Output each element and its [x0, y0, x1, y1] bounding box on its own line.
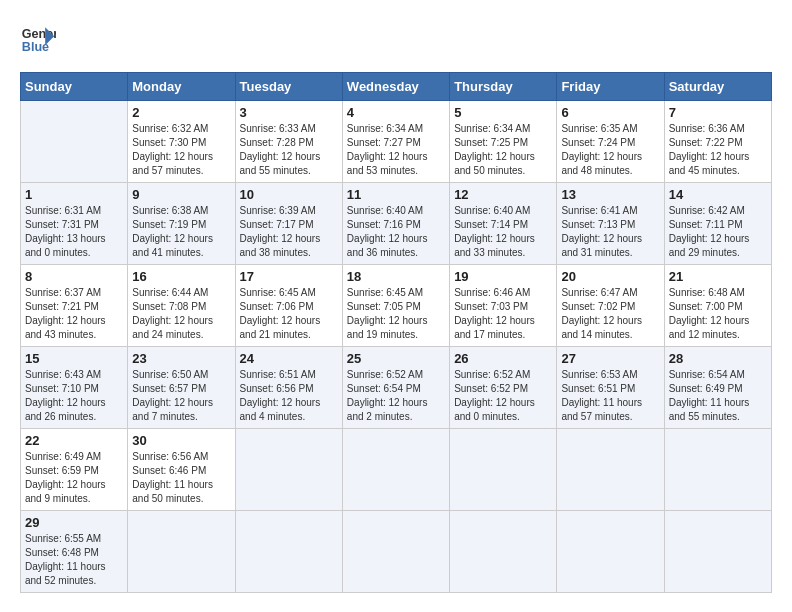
day-number: 23	[132, 351, 230, 366]
logo-icon: General Blue	[20, 20, 56, 56]
calendar-cell: 13Sunrise: 6:41 AM Sunset: 7:13 PM Dayli…	[557, 183, 664, 265]
calendar-cell: 17Sunrise: 6:45 AM Sunset: 7:06 PM Dayli…	[235, 265, 342, 347]
day-number: 4	[347, 105, 445, 120]
week-row-3: 8Sunrise: 6:37 AM Sunset: 7:21 PM Daylig…	[21, 265, 772, 347]
day-info: Sunrise: 6:50 AM Sunset: 6:57 PM Dayligh…	[132, 368, 230, 424]
day-info: Sunrise: 6:51 AM Sunset: 6:56 PM Dayligh…	[240, 368, 338, 424]
calendar-cell: 2Sunrise: 6:32 AM Sunset: 7:30 PM Daylig…	[128, 101, 235, 183]
calendar-cell: 28Sunrise: 6:54 AM Sunset: 6:49 PM Dayli…	[664, 347, 771, 429]
day-number: 26	[454, 351, 552, 366]
day-info: Sunrise: 6:41 AM Sunset: 7:13 PM Dayligh…	[561, 204, 659, 260]
calendar-cell: 24Sunrise: 6:51 AM Sunset: 6:56 PM Dayli…	[235, 347, 342, 429]
logo: General Blue	[20, 20, 56, 56]
header-day-thursday: Thursday	[450, 73, 557, 101]
calendar-cell: 25Sunrise: 6:52 AM Sunset: 6:54 PM Dayli…	[342, 347, 449, 429]
day-info: Sunrise: 6:32 AM Sunset: 7:30 PM Dayligh…	[132, 122, 230, 178]
day-number: 9	[132, 187, 230, 202]
calendar-cell	[450, 511, 557, 593]
calendar-cell: 15Sunrise: 6:43 AM Sunset: 7:10 PM Dayli…	[21, 347, 128, 429]
calendar-cell: 10Sunrise: 6:39 AM Sunset: 7:17 PM Dayli…	[235, 183, 342, 265]
calendar-cell: 3Sunrise: 6:33 AM Sunset: 7:28 PM Daylig…	[235, 101, 342, 183]
day-info: Sunrise: 6:36 AM Sunset: 7:22 PM Dayligh…	[669, 122, 767, 178]
day-info: Sunrise: 6:48 AM Sunset: 7:00 PM Dayligh…	[669, 286, 767, 342]
day-info: Sunrise: 6:40 AM Sunset: 7:14 PM Dayligh…	[454, 204, 552, 260]
calendar-cell: 4Sunrise: 6:34 AM Sunset: 7:27 PM Daylig…	[342, 101, 449, 183]
day-info: Sunrise: 6:43 AM Sunset: 7:10 PM Dayligh…	[25, 368, 123, 424]
day-info: Sunrise: 6:53 AM Sunset: 6:51 PM Dayligh…	[561, 368, 659, 424]
day-number: 18	[347, 269, 445, 284]
calendar-cell: 19Sunrise: 6:46 AM Sunset: 7:03 PM Dayli…	[450, 265, 557, 347]
calendar-cell: 14Sunrise: 6:42 AM Sunset: 7:11 PM Dayli…	[664, 183, 771, 265]
day-number: 5	[454, 105, 552, 120]
day-info: Sunrise: 6:31 AM Sunset: 7:31 PM Dayligh…	[25, 204, 123, 260]
calendar-cell	[664, 429, 771, 511]
day-number: 29	[25, 515, 123, 530]
calendar-table: SundayMondayTuesdayWednesdayThursdayFrid…	[20, 72, 772, 593]
day-info: Sunrise: 6:44 AM Sunset: 7:08 PM Dayligh…	[132, 286, 230, 342]
week-row-1: 2Sunrise: 6:32 AM Sunset: 7:30 PM Daylig…	[21, 101, 772, 183]
day-number: 7	[669, 105, 767, 120]
day-info: Sunrise: 6:42 AM Sunset: 7:11 PM Dayligh…	[669, 204, 767, 260]
day-info: Sunrise: 6:49 AM Sunset: 6:59 PM Dayligh…	[25, 450, 123, 506]
day-number: 25	[347, 351, 445, 366]
week-row-4: 15Sunrise: 6:43 AM Sunset: 7:10 PM Dayli…	[21, 347, 772, 429]
day-number: 21	[669, 269, 767, 284]
calendar-cell: 18Sunrise: 6:45 AM Sunset: 7:05 PM Dayli…	[342, 265, 449, 347]
day-number: 6	[561, 105, 659, 120]
day-number: 13	[561, 187, 659, 202]
calendar-cell: 21Sunrise: 6:48 AM Sunset: 7:00 PM Dayli…	[664, 265, 771, 347]
day-number: 27	[561, 351, 659, 366]
calendar-cell: 23Sunrise: 6:50 AM Sunset: 6:57 PM Dayli…	[128, 347, 235, 429]
calendar-cell	[557, 511, 664, 593]
calendar-cell	[342, 511, 449, 593]
calendar-cell: 12Sunrise: 6:40 AM Sunset: 7:14 PM Dayli…	[450, 183, 557, 265]
day-number: 12	[454, 187, 552, 202]
calendar-cell: 26Sunrise: 6:52 AM Sunset: 6:52 PM Dayli…	[450, 347, 557, 429]
calendar-cell: 22Sunrise: 6:49 AM Sunset: 6:59 PM Dayli…	[21, 429, 128, 511]
day-number: 20	[561, 269, 659, 284]
day-number: 22	[25, 433, 123, 448]
day-info: Sunrise: 6:37 AM Sunset: 7:21 PM Dayligh…	[25, 286, 123, 342]
day-number: 2	[132, 105, 230, 120]
day-number: 30	[132, 433, 230, 448]
calendar-cell: 7Sunrise: 6:36 AM Sunset: 7:22 PM Daylig…	[664, 101, 771, 183]
calendar-cell	[664, 511, 771, 593]
day-number: 3	[240, 105, 338, 120]
calendar-cell	[21, 101, 128, 183]
calendar-cell: 5Sunrise: 6:34 AM Sunset: 7:25 PM Daylig…	[450, 101, 557, 183]
day-info: Sunrise: 6:38 AM Sunset: 7:19 PM Dayligh…	[132, 204, 230, 260]
calendar-cell: 20Sunrise: 6:47 AM Sunset: 7:02 PM Dayli…	[557, 265, 664, 347]
header-row: SundayMondayTuesdayWednesdayThursdayFrid…	[21, 73, 772, 101]
calendar-cell: 9Sunrise: 6:38 AM Sunset: 7:19 PM Daylig…	[128, 183, 235, 265]
calendar-cell: 16Sunrise: 6:44 AM Sunset: 7:08 PM Dayli…	[128, 265, 235, 347]
day-number: 11	[347, 187, 445, 202]
week-row-2: 1Sunrise: 6:31 AM Sunset: 7:31 PM Daylig…	[21, 183, 772, 265]
day-info: Sunrise: 6:45 AM Sunset: 7:06 PM Dayligh…	[240, 286, 338, 342]
day-number: 17	[240, 269, 338, 284]
day-info: Sunrise: 6:54 AM Sunset: 6:49 PM Dayligh…	[669, 368, 767, 424]
day-number: 14	[669, 187, 767, 202]
calendar-cell	[450, 429, 557, 511]
svg-text:Blue: Blue	[22, 40, 49, 54]
day-info: Sunrise: 6:56 AM Sunset: 6:46 PM Dayligh…	[132, 450, 230, 506]
day-info: Sunrise: 6:39 AM Sunset: 7:17 PM Dayligh…	[240, 204, 338, 260]
day-number: 24	[240, 351, 338, 366]
page-header: General Blue	[20, 20, 772, 56]
calendar-cell	[557, 429, 664, 511]
day-number: 16	[132, 269, 230, 284]
day-info: Sunrise: 6:34 AM Sunset: 7:25 PM Dayligh…	[454, 122, 552, 178]
calendar-cell	[342, 429, 449, 511]
calendar-cell: 11Sunrise: 6:40 AM Sunset: 7:16 PM Dayli…	[342, 183, 449, 265]
day-info: Sunrise: 6:46 AM Sunset: 7:03 PM Dayligh…	[454, 286, 552, 342]
calendar-cell: 29Sunrise: 6:55 AM Sunset: 6:48 PM Dayli…	[21, 511, 128, 593]
day-number: 10	[240, 187, 338, 202]
week-row-6: 29Sunrise: 6:55 AM Sunset: 6:48 PM Dayli…	[21, 511, 772, 593]
day-number: 8	[25, 269, 123, 284]
calendar-cell	[128, 511, 235, 593]
day-number: 15	[25, 351, 123, 366]
day-number: 28	[669, 351, 767, 366]
calendar-cell: 30Sunrise: 6:56 AM Sunset: 6:46 PM Dayli…	[128, 429, 235, 511]
header-day-saturday: Saturday	[664, 73, 771, 101]
calendar-cell: 6Sunrise: 6:35 AM Sunset: 7:24 PM Daylig…	[557, 101, 664, 183]
header-day-friday: Friday	[557, 73, 664, 101]
